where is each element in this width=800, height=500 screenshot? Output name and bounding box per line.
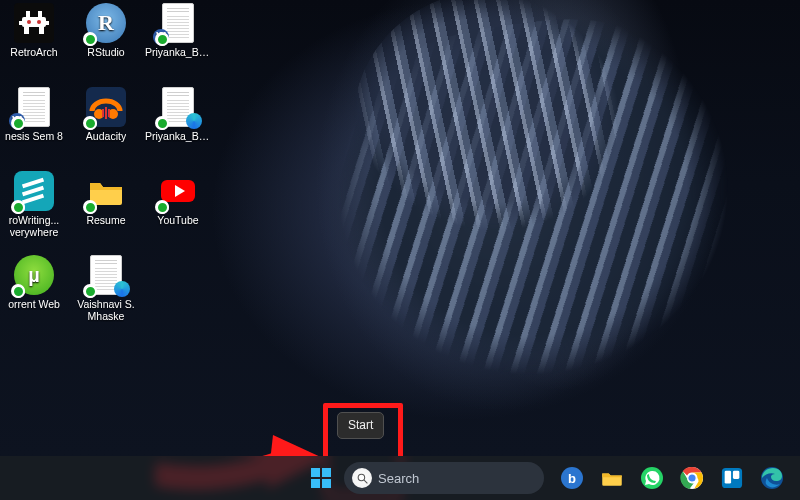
desktop-icon-vaishnavi[interactable]: Vaishnavi S. Mhaske bbox=[72, 254, 140, 332]
svg-rect-1 bbox=[19, 21, 25, 25]
desktop-icon-label: Vaishnavi S. bbox=[77, 298, 135, 310]
prowriting-icon bbox=[14, 171, 54, 211]
desktop-icon-retroarch[interactable]: RetroArch bbox=[0, 2, 68, 80]
svg-rect-5 bbox=[26, 11, 30, 17]
edge-icon bbox=[760, 466, 784, 490]
desktop-icon-label: Priyanka_Ba... bbox=[145, 130, 211, 142]
desktop-icon-label: Audacity bbox=[86, 130, 126, 142]
desktop-icon-resume[interactable]: Resume bbox=[72, 170, 140, 248]
svg-point-22 bbox=[358, 474, 365, 481]
svg-rect-30 bbox=[733, 471, 739, 479]
chrome-icon bbox=[680, 466, 704, 490]
bing-icon: b bbox=[561, 467, 583, 489]
desktop-icon-priyanka-1[interactable]: W Priyanka_Ba... bbox=[144, 2, 212, 80]
document-icon: W bbox=[158, 3, 198, 43]
sync-badge-icon bbox=[11, 284, 25, 298]
svg-point-4 bbox=[37, 20, 41, 24]
edge-badge-icon bbox=[186, 113, 202, 129]
desktop-icon-audacity[interactable]: Audacity bbox=[72, 86, 140, 164]
svg-rect-8 bbox=[39, 27, 44, 34]
desktop-icon-label: Priyanka_Ba... bbox=[145, 46, 211, 58]
document-icon bbox=[86, 255, 126, 295]
start-tooltip-label: Start bbox=[348, 418, 373, 432]
desktop-icon-grid: RetroArch R RStudio W Priyanka_Ba... W n… bbox=[0, 0, 800, 456]
bing-chat-button[interactable]: b bbox=[554, 460, 590, 496]
desktop-icon-label-line2: Mhaske bbox=[88, 310, 125, 322]
taskbar-pinned-apps: b bbox=[554, 460, 790, 496]
taskbar: Search b bbox=[0, 456, 800, 500]
taskbar-search[interactable]: Search bbox=[344, 462, 544, 494]
svg-rect-20 bbox=[311, 479, 320, 488]
svg-rect-18 bbox=[311, 468, 320, 477]
windows-logo-icon bbox=[309, 466, 333, 490]
rstudio-icon: R bbox=[86, 3, 126, 43]
sync-badge-icon bbox=[83, 284, 97, 298]
folder-icon bbox=[86, 171, 126, 211]
youtube-icon bbox=[158, 171, 198, 211]
sync-badge-icon bbox=[155, 32, 169, 46]
sync-badge-icon bbox=[83, 200, 97, 214]
sync-badge-icon bbox=[83, 32, 97, 46]
desktop-icon-label: RetroArch bbox=[10, 46, 57, 58]
sync-badge-icon bbox=[155, 116, 169, 130]
svg-rect-0 bbox=[22, 17, 46, 27]
svg-rect-6 bbox=[38, 11, 42, 17]
sync-badge-icon bbox=[83, 116, 97, 130]
desktop-icon-label-line2: verywhere bbox=[10, 226, 58, 238]
trello-icon bbox=[721, 467, 743, 489]
desktop-icon-youtube[interactable]: YouTube bbox=[144, 170, 212, 248]
sync-badge-icon bbox=[155, 200, 169, 214]
start-tooltip: Start bbox=[337, 412, 384, 439]
svg-point-3 bbox=[27, 20, 31, 24]
folder-icon bbox=[599, 465, 625, 491]
sync-badge-icon bbox=[11, 116, 25, 130]
chrome-button[interactable] bbox=[674, 460, 710, 496]
whatsapp-button[interactable] bbox=[634, 460, 670, 496]
search-icon bbox=[352, 468, 372, 488]
desktop-icon-rstudio[interactable]: R RStudio bbox=[72, 2, 140, 80]
desktop-icon-label: roWriting... bbox=[9, 214, 60, 226]
svg-rect-21 bbox=[322, 479, 331, 488]
search-placeholder: Search bbox=[378, 471, 419, 486]
desktop-icon-label: YouTube bbox=[157, 214, 198, 226]
retroarch-icon bbox=[14, 3, 54, 43]
desktop-icon-priyanka-2[interactable]: Priyanka_Ba... bbox=[144, 86, 212, 164]
svg-line-23 bbox=[364, 480, 367, 483]
svg-rect-19 bbox=[322, 468, 331, 477]
svg-rect-29 bbox=[725, 471, 731, 484]
utorrent-icon: µ bbox=[14, 255, 54, 295]
document-icon: W bbox=[14, 87, 54, 127]
file-explorer-button[interactable] bbox=[594, 460, 630, 496]
desktop-icon-label: Resume bbox=[86, 214, 125, 226]
desktop-icon-prowriting[interactable]: roWriting... verywhere bbox=[0, 170, 68, 248]
svg-rect-2 bbox=[43, 21, 49, 25]
audacity-icon bbox=[86, 87, 126, 127]
whatsapp-icon bbox=[640, 466, 664, 490]
desktop-icon-label: nesis Sem 8 bbox=[5, 130, 63, 142]
svg-rect-7 bbox=[24, 27, 29, 34]
trello-button[interactable] bbox=[714, 460, 750, 496]
edge-badge-icon bbox=[114, 281, 130, 297]
edge-button[interactable] bbox=[754, 460, 790, 496]
desktop-icon-label: orrent Web bbox=[8, 298, 60, 310]
sync-badge-icon bbox=[11, 200, 25, 214]
document-icon bbox=[158, 87, 198, 127]
start-button[interactable] bbox=[303, 458, 338, 498]
desktop-icon-thesis[interactable]: W nesis Sem 8 bbox=[0, 86, 68, 164]
desktop-icon-utorrent[interactable]: µ orrent Web bbox=[0, 254, 68, 332]
desktop-icon-label: RStudio bbox=[87, 46, 124, 58]
